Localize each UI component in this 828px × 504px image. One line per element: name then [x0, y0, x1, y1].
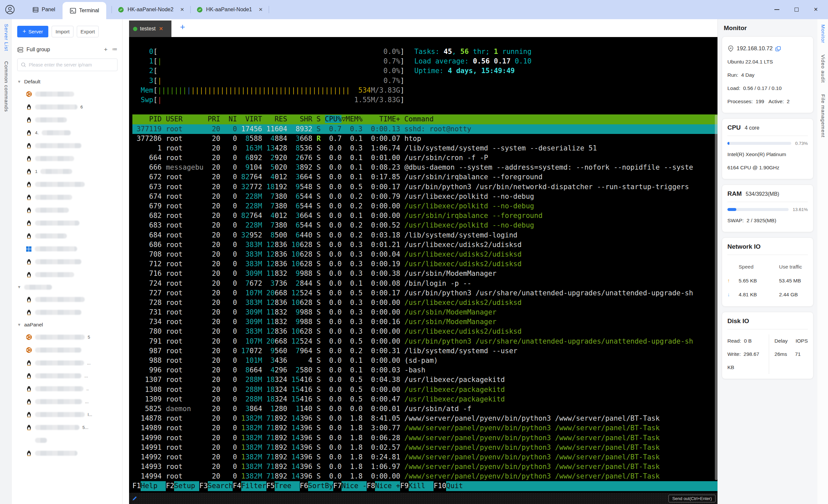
- htop-meter-mem: Mem[||||||||||||||||||||||||||||||||||||…: [132, 86, 718, 95]
- close-icon[interactable]: ✕: [258, 7, 263, 12]
- server-list-item[interactable]: [17, 88, 118, 100]
- session-tab-node1[interactable]: HK-aaPanel-Node1 ✕: [191, 0, 269, 19]
- redacted-server-name: [35, 451, 77, 456]
- server-search[interactable]: [17, 58, 118, 71]
- tab-panel[interactable]: Panel: [25, 0, 63, 19]
- server-list-item[interactable]: ..: [17, 382, 118, 395]
- copy-icon[interactable]: [775, 46, 781, 52]
- process-row: 1 root 20 0 163M 13428 8536 S 0.0 0.3 1:…: [132, 143, 718, 153]
- server-list-item[interactable]: [17, 343, 118, 357]
- server-list-item[interactable]: [17, 306, 118, 319]
- terminal-input-bar[interactable]: Send out(Ctrl+Enter): [129, 493, 718, 504]
- server-list-item[interactable]: [17, 434, 118, 447]
- import-button[interactable]: Import: [52, 26, 74, 37]
- tab-separator: [269, 6, 269, 13]
- rail-tab-monitor[interactable]: Monitor: [819, 25, 826, 43]
- redacted-server-name: [35, 195, 72, 200]
- server-list-item[interactable]: ...: [17, 357, 118, 369]
- server-list-item[interactable]: [17, 178, 118, 191]
- server-list-item[interactable]: l...: [17, 408, 118, 421]
- server-list-item[interactable]: 5...: [17, 421, 118, 434]
- tab-terminal[interactable]: Terminal: [63, 2, 106, 19]
- fkey-f2[interactable]: F2: [166, 481, 174, 491]
- fkey-f10[interactable]: F10: [433, 481, 446, 491]
- server-group-header[interactable]: ▼aaPanel: [17, 319, 118, 331]
- server-list-item[interactable]: ...: [17, 369, 118, 382]
- minimize-icon[interactable]: [774, 9, 779, 10]
- server-list-item[interactable]: [17, 293, 118, 306]
- maximize-icon[interactable]: [795, 8, 798, 11]
- rail-tab-common-commands[interactable]: Common commands: [3, 61, 9, 112]
- terminal-screen[interactable]: 0[ 0.0%] 1[| 0.7%] 2[ 0.0%] 3[|: [129, 37, 718, 493]
- process-row: 14989 root 20 0 1382M 71892 14396 S 0.0 …: [132, 423, 718, 433]
- server-list-item[interactable]: 5: [17, 331, 118, 343]
- fkey-f6[interactable]: F6: [300, 481, 308, 491]
- cpu-model-line2: 6164 CPU @ 1.90GHz: [728, 161, 808, 174]
- close-terminal-tab-icon[interactable]: ✕: [159, 26, 163, 32]
- server-list-item[interactable]: ...: [17, 395, 118, 408]
- aapanel-node-icon: [118, 7, 124, 13]
- fkey-f3[interactable]: F3: [199, 481, 207, 491]
- read-label: Read:: [728, 338, 741, 343]
- delay-value: 26ms: [774, 348, 787, 361]
- add-terminal-tab-button[interactable]: +: [180, 22, 185, 31]
- process-row: 791 root 20 0 107M 20668 12524 S 0.0 0.5…: [132, 337, 718, 346]
- process-row: 708 root 20 0 383M 12836 10628 S 0.0 0.3…: [132, 250, 718, 259]
- server-list-item[interactable]: 4.: [17, 126, 118, 139]
- session-tab-node2[interactable]: HK-aaPanel-Node2 ✕: [112, 0, 190, 19]
- terminal-scrollbar[interactable]: [715, 115, 717, 480]
- fkey-f1[interactable]: F1: [132, 481, 141, 491]
- server-list-item[interactable]: [17, 255, 118, 268]
- close-window-icon[interactable]: ✕: [814, 7, 818, 12]
- server-list-item[interactable]: [17, 113, 118, 126]
- server-label-fragment: 5...: [82, 425, 88, 430]
- terminal-session-tab[interactable]: testest ✕: [129, 20, 171, 37]
- fkey-f8[interactable]: F8: [367, 481, 375, 491]
- server-list-item[interactable]: [17, 152, 118, 165]
- linux-os-icon: [26, 104, 32, 110]
- server-list-item[interactable]: 6: [17, 100, 118, 113]
- left-rail: Server List Common commands: [0, 19, 12, 504]
- group-list-icon[interactable]: ≔: [112, 46, 118, 53]
- server-list-item[interactable]: [17, 242, 118, 255]
- server-list-item[interactable]: [17, 447, 118, 460]
- rail-tab-video-audit[interactable]: Video audit: [819, 55, 826, 83]
- server-label-fragment: 1: [35, 169, 37, 174]
- server-group-header[interactable]: ▼Default: [17, 76, 118, 88]
- top-bar: Panel Terminal HK-aaPanel-Node2 ✕ HK-aaP…: [0, 0, 828, 19]
- server-label-fragment: 6: [80, 104, 83, 109]
- rail-tab-server-list[interactable]: Server List: [3, 24, 9, 51]
- close-icon[interactable]: ✕: [180, 7, 184, 12]
- server-list-item[interactable]: [17, 230, 118, 242]
- fkey-f9[interactable]: F9: [400, 481, 408, 491]
- process-row: 988 root 20 0 101M 3436 4 S 0.0 0.1 0:00…: [132, 356, 718, 365]
- linux-os-icon: [26, 130, 32, 136]
- server-list-item[interactable]: [17, 139, 118, 152]
- server-list-item[interactable]: [17, 217, 118, 230]
- session-tab-label: HK-aaPanel-Node1: [206, 7, 252, 12]
- plus-icon: +: [23, 28, 26, 35]
- server-list-item[interactable]: [17, 191, 118, 204]
- user-avatar-icon[interactable]: [5, 4, 15, 15]
- write-value: 298.67: [744, 351, 759, 357]
- group-filter-label[interactable]: Full group: [27, 47, 50, 53]
- htop-load-line: Load average: 0.56 0.17 0.10: [414, 56, 532, 66]
- send-button[interactable]: Send out(Ctrl+Enter): [668, 495, 715, 502]
- add-server-button[interactable]: + Server: [17, 26, 48, 37]
- search-input[interactable]: [29, 62, 114, 67]
- add-group-icon[interactable]: +: [104, 46, 108, 53]
- rail-tab-file-management[interactable]: File management: [819, 94, 826, 138]
- server-list-item[interactable]: [17, 204, 118, 217]
- swap-label: SWAP:: [728, 218, 744, 223]
- fkey-f7[interactable]: F7: [333, 481, 341, 491]
- fkey-f5[interactable]: F5: [266, 481, 275, 491]
- fkey-f4[interactable]: F4: [233, 481, 241, 491]
- htop-system-info: Tasks: 45, 56 thr; 1 runningLoad average…: [414, 47, 532, 76]
- server-group-header[interactable]: ▼: [17, 281, 118, 293]
- server-list-item[interactable]: [17, 268, 118, 281]
- export-button[interactable]: Export: [77, 26, 98, 37]
- server-list-item[interactable]: 1: [17, 165, 118, 178]
- process-row: 996 root 20 0 8664 4296 2580 S 0.0 0.1 0…: [132, 365, 718, 375]
- process-row: 1309 root 20 0 288M 18324 15416 S 0.0 0.…: [132, 395, 718, 404]
- process-row: 14991 root 20 0 1382M 71892 14396 S 0.0 …: [132, 443, 718, 452]
